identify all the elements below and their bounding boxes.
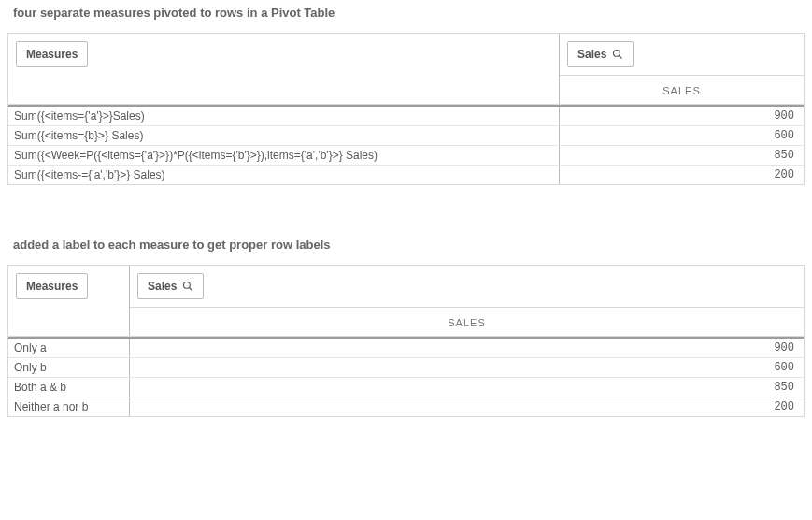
table-row: Sum({<items={'a'}>}Sales) 900 <box>8 105 804 125</box>
svg-line-3 <box>190 288 192 291</box>
row-value: 850 <box>560 146 804 165</box>
table-row: Only a 900 <box>8 337 804 357</box>
table-row: Sum({<items={b}>} Sales) 600 <box>8 125 804 145</box>
row-value: 850 <box>130 378 804 397</box>
pivot-section-raw: four separate measures pivoted to rows i… <box>7 6 805 185</box>
row-dimension-header: Measures <box>8 266 130 336</box>
row-label: Sum({<items-={'a','b'}>} Sales) <box>8 166 560 184</box>
row-label: Sum({<Week=P({<items={'a'}>})*P({<items=… <box>8 146 560 165</box>
row-label: Only b <box>8 358 130 377</box>
table-row: Sum({<items-={'a','b'}>} Sales) 200 <box>8 165 804 184</box>
pivot-rows: Only a 900 Only b 600 Both a & b 850 Nei… <box>8 337 804 416</box>
measures-chip[interactable]: Measures <box>16 41 88 67</box>
table-row: Only b 600 <box>8 357 804 377</box>
col-dimension-header: Sales SALES <box>560 34 804 104</box>
row-value: 200 <box>560 166 804 184</box>
search-icon <box>612 49 623 60</box>
svg-line-1 <box>620 56 622 59</box>
row-label: Sum({<items={b}>} Sales) <box>8 126 560 145</box>
svg-point-0 <box>614 51 620 57</box>
row-value: 900 <box>560 107 804 125</box>
column-header: SALES <box>130 307 804 336</box>
table-row: Both a & b 850 <box>8 377 804 397</box>
pivot-header: Measures Sales SALES <box>8 266 804 337</box>
search-icon <box>182 281 193 292</box>
measures-chip[interactable]: Measures <box>16 273 88 299</box>
row-label: Only a <box>8 339 130 357</box>
row-value: 600 <box>130 358 804 377</box>
row-dimension-header: Measures <box>8 34 560 104</box>
measures-chip-label: Measures <box>26 280 78 293</box>
table-row: Sum({<Week=P({<items={'a'}>})*P({<items=… <box>8 145 804 165</box>
col-dimension-header: Sales SALES <box>130 266 804 336</box>
table-row: Neither a nor b 200 <box>8 397 804 416</box>
row-label: Sum({<items={'a'}>}Sales) <box>8 107 560 125</box>
row-value: 900 <box>130 339 804 357</box>
row-label: Neither a nor b <box>8 397 130 416</box>
pivot-table-labeled: Measures Sales SALES Only a <box>7 265 805 417</box>
sales-chip-label: Sales <box>148 280 177 293</box>
pivot-table-raw: Measures Sales SALES Sum({<i <box>7 33 805 185</box>
pivot-section-labeled: added a label to each measure to get pro… <box>7 238 805 417</box>
sales-chip[interactable]: Sales <box>567 41 634 67</box>
sales-chip[interactable]: Sales <box>137 273 204 299</box>
pivot-rows: Sum({<items={'a'}>}Sales) 900 Sum({<item… <box>8 105 804 184</box>
sales-chip-label: Sales <box>577 48 606 61</box>
measures-chip-label: Measures <box>26 48 78 61</box>
row-label: Both a & b <box>8 378 130 397</box>
section-title: four separate measures pivoted to rows i… <box>7 6 805 20</box>
svg-point-2 <box>184 282 191 289</box>
section-title: added a label to each measure to get pro… <box>7 238 805 252</box>
row-value: 600 <box>560 126 804 145</box>
row-value: 200 <box>130 397 804 416</box>
pivot-header: Measures Sales SALES <box>8 34 804 105</box>
column-header: SALES <box>560 75 804 104</box>
